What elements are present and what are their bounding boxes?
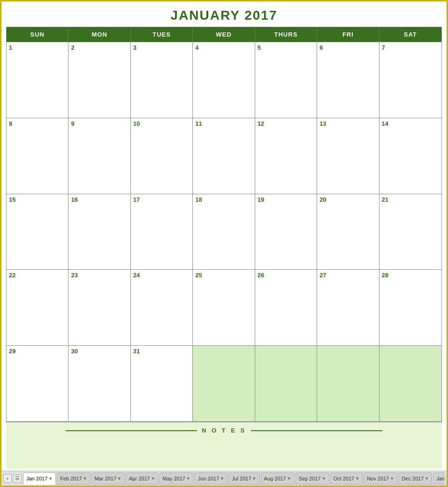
day-cell[interactable]: 11	[193, 118, 255, 194]
tab-jan-2017[interactable]: Jan 2017▼	[23, 472, 56, 485]
day-cell[interactable]: 20	[317, 194, 379, 270]
tab-dropdown-icon: ▼	[151, 476, 155, 481]
day-cell[interactable]: 31	[131, 346, 193, 421]
day-cell[interactable]: 7	[380, 42, 441, 118]
day-number: 24	[133, 272, 190, 279]
day-header-thurs: THURS	[255, 27, 317, 42]
day-cell[interactable]: 8	[7, 118, 68, 194]
day-number: 8	[9, 120, 66, 127]
week-row-2: 891011121314	[7, 118, 441, 194]
day-cell[interactable]: 1	[7, 42, 68, 118]
tab-feb-2017[interactable]: Feb 2017▼	[57, 472, 90, 485]
tab-dropdown-icon: ▼	[287, 476, 291, 481]
week-row-3: 15161718192021	[7, 194, 441, 270]
tab-dropdown-icon: ▼	[425, 476, 429, 481]
day-cell[interactable]: 13	[317, 118, 379, 194]
day-number: 22	[9, 272, 66, 279]
tab-dropdown-icon: ▼	[48, 476, 53, 481]
day-headers-row: SUNMONTUESWEDTHURSFRISAT	[7, 27, 441, 42]
day-number: 6	[319, 44, 376, 51]
day-number: 23	[71, 272, 128, 279]
day-cell[interactable]: 12	[255, 118, 317, 194]
day-cell[interactable]: 29	[7, 346, 68, 421]
calendar-grid: SUNMONTUESWEDTHURSFRISAT 123456789101112…	[6, 27, 442, 422]
day-cell[interactable]: 2	[68, 42, 130, 118]
day-cell[interactable]: 10	[131, 118, 193, 194]
tab-label: Jan 2017	[26, 476, 47, 481]
tab-label: Dec 2017	[402, 476, 424, 481]
day-cell[interactable]: 22	[7, 270, 68, 345]
tab-jul-2017[interactable]: Jul 2017▼	[228, 472, 260, 485]
day-cell[interactable]: 27	[317, 270, 379, 345]
day-cell[interactable]: 18	[193, 194, 255, 270]
day-number: 15	[9, 196, 66, 203]
day-number: 21	[382, 196, 439, 203]
calendar-wrapper: JANUARY 2017 SUNMONTUESWEDTHURSFRISAT 12…	[0, 0, 448, 487]
day-number: 31	[133, 348, 190, 355]
day-cell[interactable]: 9	[68, 118, 130, 194]
day-number: 29	[9, 348, 66, 355]
tab-may-2017[interactable]: May 2017▼	[159, 472, 194, 485]
day-cell[interactable]: 17	[131, 194, 193, 270]
day-number: 16	[71, 196, 128, 203]
tab-nov-2017[interactable]: Nov 2017▼	[364, 472, 397, 485]
day-cell[interactable]: 21	[380, 194, 441, 270]
calendar-title: JANUARY 2017	[6, 5, 442, 27]
day-header-mon: MON	[68, 27, 130, 42]
day-cell[interactable]: 19	[255, 194, 317, 270]
day-cell[interactable]: 28	[380, 270, 441, 345]
day-number: 18	[195, 196, 252, 203]
weeks-container: 1234567891011121314151617181920212223242…	[7, 42, 441, 421]
tab-aug-2017[interactable]: Aug 2017▼	[261, 472, 295, 485]
day-cell[interactable]	[255, 346, 317, 421]
tab-jan-2018[interactable]: Jan 2018▼	[433, 472, 445, 485]
day-cell[interactable]: 6	[317, 42, 379, 118]
day-number: 1	[9, 44, 66, 51]
tab-sep-2017[interactable]: Sep 2017▼	[296, 472, 329, 485]
day-number: 10	[133, 120, 190, 127]
day-number: 30	[71, 348, 128, 355]
day-cell[interactable]	[193, 346, 255, 421]
tab-label: Mar 2017	[95, 476, 116, 481]
day-cell[interactable]: 16	[68, 194, 130, 270]
day-number: 9	[71, 120, 128, 127]
day-number: 17	[133, 196, 190, 203]
tab-label: May 2017	[163, 476, 185, 481]
tab-dropdown-icon: ▼	[186, 476, 190, 481]
day-cell[interactable]: 24	[131, 270, 193, 345]
tab-menu-button[interactable]: ☰	[13, 474, 22, 483]
day-number: 27	[319, 272, 376, 279]
day-cell[interactable]: 26	[255, 270, 317, 345]
notes-section: N O T E S	[6, 422, 442, 469]
day-cell[interactable]: 30	[68, 346, 130, 421]
tab-dec-2017[interactable]: Dec 2017▼	[398, 472, 432, 485]
day-cell[interactable]	[317, 346, 379, 421]
week-row-4: 22232425262728	[7, 269, 441, 345]
day-cell[interactable]: 15	[7, 194, 68, 270]
day-number: 19	[258, 196, 314, 203]
tab-oct-2017[interactable]: Oct 2017▼	[330, 472, 363, 485]
day-cell[interactable]	[380, 346, 441, 421]
day-cell[interactable]: 25	[193, 270, 255, 345]
day-number: 20	[319, 196, 376, 203]
tab-dropdown-icon: ▼	[252, 476, 257, 481]
day-number: 25	[195, 272, 252, 279]
tab-label: Aug 2017	[264, 476, 286, 481]
tabs-bar: + ☰ Jan 2017▼Feb 2017▼Mar 2017▼Apr 2017▼…	[1, 471, 447, 486]
day-cell[interactable]: 23	[68, 270, 130, 345]
day-cell[interactable]: 4	[193, 42, 255, 118]
tab-label: Nov 2017	[367, 476, 389, 481]
day-header-tues: TUES	[131, 27, 193, 42]
day-cell[interactable]: 5	[255, 42, 317, 118]
tab-apr-2017[interactable]: Apr 2017▼	[126, 472, 159, 485]
day-number: 5	[258, 44, 314, 51]
tabs-container: Jan 2017▼Feb 2017▼Mar 2017▼Apr 2017▼May …	[23, 472, 445, 485]
tab-dropdown-icon: ▼	[390, 476, 394, 481]
day-cell[interactable]: 14	[380, 118, 441, 194]
tab-mar-2017[interactable]: Mar 2017▼	[91, 472, 125, 485]
tab-add-button[interactable]: +	[3, 474, 12, 483]
day-number: 28	[382, 272, 439, 279]
day-cell[interactable]: 3	[131, 42, 193, 118]
tab-jun-2017[interactable]: Jun 2017▼	[195, 472, 228, 485]
calendar-container: JANUARY 2017 SUNMONTUESWEDTHURSFRISAT 12…	[1, 1, 447, 471]
